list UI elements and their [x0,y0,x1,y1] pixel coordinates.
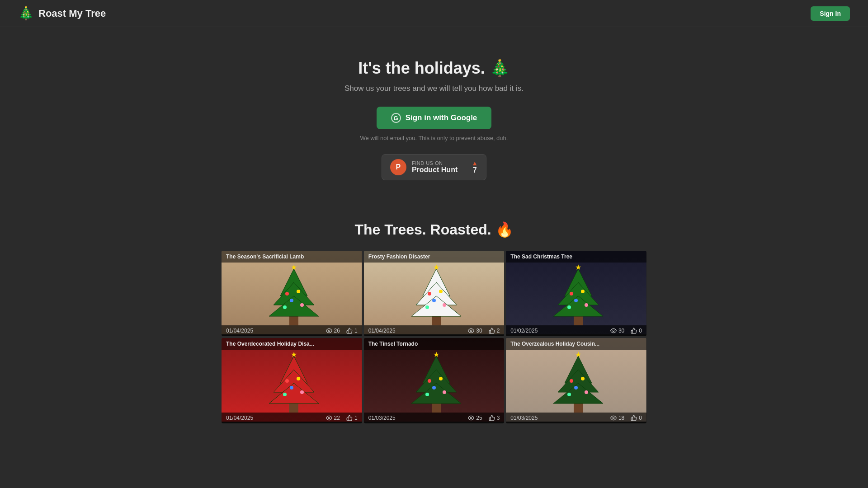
svg-point-47 [328,417,330,419]
svg-point-68 [574,386,578,389]
svg-point-46 [283,393,287,396]
product-hunt-text-block: FIND US ON Product Hunt [412,160,458,174]
tree-card-date: 01/04/2025 [226,328,320,334]
svg-text:★: ★ [575,351,581,358]
tree-card-views: 22 [326,415,340,421]
hero-subtext: Show us your trees and we will tell you … [9,84,859,93]
tree-card-views: 30 [610,328,624,334]
tree-card-footer: 01/02/2025 30 0 [506,325,646,336]
brand-logo-icon: 🎄 [18,6,34,21]
sign-in-button[interactable]: Sign In [811,6,850,21]
tree-card-footer: 01/03/2025 25 3 [364,413,505,423]
svg-point-35 [613,330,614,332]
svg-point-31 [581,290,585,293]
tree-card[interactable]: The Overdecorated Holiday Disa...★01/04/… [222,338,362,423]
tree-card-footer: 01/04/2025 22 1 [222,413,362,423]
tree-card-likes: 0 [631,415,642,421]
tree-image: ★ [506,338,646,422]
svg-text:★: ★ [291,263,297,271]
tree-image: ★ [222,251,362,334]
tree-card-title: Frosty Fashion Disaster [364,251,505,263]
tree-card-footer: 01/04/2025 30 2 [364,325,505,336]
tree-card-views: 30 [468,328,482,334]
product-hunt-logo-icon: P [390,159,406,175]
svg-point-20 [432,299,436,302]
navbar: 🎄 Roast My Tree Sign In [0,0,868,27]
tree-card-date: 01/03/2025 [510,415,604,421]
tree-card-views: 25 [468,415,482,421]
svg-point-33 [585,303,588,307]
sign-in-google-button[interactable]: G Sign in with Google [377,107,492,129]
svg-text:★: ★ [433,351,439,358]
svg-point-54 [428,379,431,383]
tree-card[interactable]: The Sad Christmas Tree★01/02/2025 30 0 [506,251,646,336]
product-hunt-find-us-label: FIND US ON [412,160,458,166]
trees-grid: The Season's Sacrificial Lamb★01/04/2025… [212,251,656,423]
tree-card-title: The Overzealous Holiday Cousin... [506,338,646,350]
tree-card[interactable]: The Tinsel Tornado★01/03/2025 25 3 [364,338,505,423]
svg-point-34 [567,305,571,309]
svg-point-44 [290,386,293,389]
upvote-count: 7 [473,166,477,174]
tree-card-likes: 3 [489,415,500,421]
svg-point-42 [285,379,289,383]
tree-image: ★ [364,251,505,334]
tree-card[interactable]: The Overzealous Holiday Cousin...★01/03/… [506,338,646,423]
tree-card-likes: 0 [631,328,642,334]
svg-point-21 [443,303,446,307]
google-icon: G [391,113,401,123]
tree-card[interactable]: Frosty Fashion Disaster★01/04/2025 30 2 [364,251,505,336]
tree-card-likes: 1 [346,328,358,334]
upvote-arrow-icon: ▲ [472,160,478,166]
svg-point-9 [300,303,304,307]
svg-point-56 [432,386,436,389]
trees-section: The Trees. Roasted. 🔥 The Season's Sacri… [0,221,868,423]
tree-card-title: The Season's Sacrificial Lamb [222,251,362,263]
tree-card-date: 01/02/2025 [510,328,604,334]
svg-point-43 [297,377,300,380]
svg-point-71 [613,417,614,419]
svg-text:★: ★ [291,351,297,358]
tree-card-date: 01/04/2025 [368,328,462,334]
tree-card-likes: 1 [346,415,358,421]
tree-card-title: The Sad Christmas Tree [506,251,646,263]
hero-heading: It's the holidays. 🎄 [9,59,859,78]
tree-card[interactable]: The Season's Sacrificial Lamb★01/04/2025… [222,251,362,336]
svg-point-55 [439,377,443,380]
brand-title: Roast My Tree [38,8,106,19]
svg-point-10 [283,305,287,309]
no-email-disclaimer: We will not email you. This is only to p… [360,135,508,141]
svg-point-67 [581,377,585,380]
tree-image: ★ [364,338,505,422]
hero-section: It's the holidays. 🎄 Show us your trees … [0,27,868,198]
svg-point-7 [297,290,300,293]
svg-text:★: ★ [433,263,439,271]
svg-point-45 [300,390,304,394]
svg-point-23 [471,330,472,332]
svg-point-58 [425,393,429,396]
svg-point-59 [471,417,472,419]
svg-point-11 [328,330,330,332]
tree-card-date: 01/04/2025 [226,415,320,421]
tree-card-views: 26 [326,328,340,334]
tree-card-date: 01/03/2025 [368,415,462,421]
svg-point-22 [425,305,429,309]
tree-card-likes: 2 [489,328,500,334]
svg-point-70 [567,393,571,396]
svg-point-8 [290,299,293,302]
product-hunt-badge[interactable]: P FIND US ON Product Hunt ▲ 7 [382,154,486,180]
svg-point-6 [285,292,289,296]
tree-card-title: The Overdecorated Holiday Disa... [222,338,362,350]
svg-point-18 [428,292,431,296]
product-hunt-vote-block: ▲ 7 [465,160,478,174]
section-title: The Trees. Roasted. 🔥 [0,221,868,238]
tree-image: ★ [222,338,362,422]
tree-card-footer: 01/04/2025 26 1 [222,325,362,336]
svg-point-66 [570,379,573,383]
tree-card-title: The Tinsel Tornado [364,338,505,350]
svg-point-30 [570,292,573,296]
tree-image: ★ [506,251,646,334]
product-hunt-name-label: Product Hunt [412,166,458,174]
svg-point-32 [574,299,578,302]
tree-card-views: 18 [610,415,624,421]
